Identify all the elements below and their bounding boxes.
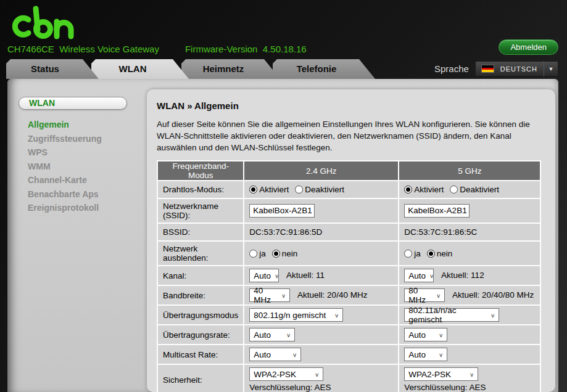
table-row-bandbreite: Bandbreite: 40 MHz∨ Aktuell: 20/40 MHz 8… <box>158 286 540 304</box>
tab-heimnetz[interactable]: Heimnetz <box>181 59 280 79</box>
row-label: Übertragungsrate: <box>158 325 243 344</box>
table-row-drahtlos-modus: Drahtlos-Modus: AktiviertDeaktiviert Akt… <box>158 181 540 198</box>
table-row-netzwerk-ausblenden: Netzwerk ausblenden: janein janein <box>158 242 540 265</box>
uebertragungsmodus-select-5ghz[interactable]: 802.11a/n/ac gemischt∨ <box>404 308 499 322</box>
radio-label-deaktiviert-24ghz[interactable]: Deaktiviert <box>305 185 344 194</box>
sidebar-item-zugriffssteuerung[interactable]: Zugriffssteuerung <box>28 132 147 146</box>
bandbreite-select-24ghz[interactable]: 40 MHz∨ <box>249 288 290 302</box>
chevron-down-icon: ∨ <box>436 293 441 299</box>
sidebar: WLAN Allgemein Zugriffssteuerung WPS WMM… <box>7 79 147 392</box>
sicherheit-select-5ghz[interactable]: WPA2-PSK∨ <box>404 367 478 381</box>
sidebar-menu: Allgemein Zugriffssteuerung WPS WMM Chan… <box>28 118 147 215</box>
radio-label-aktiviert-24ghz[interactable]: Aktiviert <box>259 185 289 194</box>
firmware-version: 4.50.18.16 <box>263 44 307 54</box>
language-selector[interactable]: DEUTSCH ▼ <box>475 61 558 76</box>
radio-label-nein-5ghz[interactable]: nein <box>437 249 453 258</box>
kanal-select-5ghz[interactable]: Auto∨ <box>404 269 434 282</box>
radio-label-aktiviert-5ghz[interactable]: Aktiviert <box>414 185 444 194</box>
chevron-down-icon: ∨ <box>292 352 297 358</box>
chevron-down-icon: ∨ <box>286 332 291 338</box>
language-label: Sprache <box>434 63 469 74</box>
ssid-input-5ghz[interactable]: KabelBox-A2B1 <box>404 204 470 218</box>
radio-label-deaktiviert-5ghz[interactable]: Deaktiviert <box>460 185 499 194</box>
uebertragungsrate-select-5ghz[interactable]: Auto∨ <box>404 328 447 341</box>
select-value: Auto <box>254 271 271 280</box>
table-row-multicast-rate: Multicast Rate: Auto∨ Auto∨ <box>158 345 540 364</box>
kanal-select-24ghz[interactable]: Auto∨ <box>249 269 279 282</box>
select-value: Auto <box>408 271 426 280</box>
chevron-down-icon: ∨ <box>334 312 339 319</box>
sicherheit-select-24ghz[interactable]: WPA2-PSK∨ <box>249 367 323 381</box>
page-description: Auf dieser Seite können Sie die allgemei… <box>157 118 543 153</box>
radio-label-ja-5ghz[interactable]: ja <box>414 249 421 258</box>
wlan-settings-table: Frequenzband-Modus 2.4 GHz 5 GHz Drahtlo… <box>157 160 541 392</box>
sidebar-item-allgemein[interactable]: Allgemein <box>28 118 147 132</box>
row-label: Bandbreite: <box>158 286 243 304</box>
table-row-ssid: Netzwerkname (SSID): KabelBox-A2B1 Kabel… <box>158 199 540 223</box>
table-row-sicherheit: Sicherheit: WPA2-PSK∨ Verschlüsselung: A… <box>158 365 540 392</box>
table-header-row: Frequenzband-Modus 2.4 GHz 5 GHz <box>158 161 540 180</box>
radio-nein-24ghz[interactable] <box>272 250 280 258</box>
select-value: Auto <box>408 330 426 340</box>
germany-flag-icon <box>481 65 494 73</box>
chevron-down-icon: ∨ <box>470 372 474 378</box>
tab-telefonie[interactable]: Telefonie <box>273 59 375 79</box>
chevron-down-icon[interactable]: ▼ <box>544 66 558 72</box>
sidebar-item-benachbarte-aps[interactable]: Benachbarte Aps <box>28 187 147 202</box>
row-label: Netzwerk ausblenden: <box>158 242 243 265</box>
chevron-down-icon: ∨ <box>490 312 495 319</box>
device-model: CH7466CE Wireless Voice Gateway <box>7 44 159 54</box>
chevron-down-icon: ∨ <box>439 352 443 358</box>
language-area: Sprache DEUTSCH ▼ <box>434 61 558 76</box>
radio-label-ja-24ghz[interactable]: ja <box>259 249 266 258</box>
sidebar-item-wps[interactable]: WPS <box>28 145 147 160</box>
main-tabbar: Status WLAN Heimnetz Telefonie Sprache D… <box>0 59 567 79</box>
radio-aktiviert-24ghz[interactable] <box>249 186 257 194</box>
select-value: WPA2-PSK <box>408 370 451 379</box>
bandbreite-select-5ghz[interactable]: 80 MHz∨ <box>404 288 445 302</box>
radio-deaktiviert-5ghz[interactable] <box>450 186 458 194</box>
ssid-input-24ghz[interactable]: KabelBox-A2B1 <box>249 204 315 218</box>
row-label: Drahtlos-Modus: <box>158 181 243 198</box>
uebertragungsmodus-select-24ghz[interactable]: 802.11g/n gemischt∨ <box>249 308 343 322</box>
header-frequenzband: Frequenzband-Modus <box>158 161 243 180</box>
logout-button[interactable]: Abmelden <box>499 39 558 55</box>
device-model-line: CH7466CE Wireless Voice GatewayFirmware-… <box>7 44 307 54</box>
row-label: Kanal: <box>158 266 243 285</box>
select-value: Auto <box>254 350 271 359</box>
select-value: 80 MHz <box>408 286 432 304</box>
select-value: 802.11g/n gemischt <box>254 311 326 320</box>
uebertragungsrate-select-24ghz[interactable]: Auto∨ <box>249 328 295 341</box>
page-header: CH7466CE Wireless Voice GatewayFirmware-… <box>0 0 567 59</box>
table-row-uebertragungsrate: Übertragungsrate: Auto∨ Auto∨ <box>158 325 540 344</box>
table-row-bssid: BSSID: DC:53:7C:91:86:5D DC:53:7C:91:86:… <box>158 224 540 240</box>
content-panel: WLAN » Allgemein Auf dieser Seite können… <box>147 89 555 392</box>
radio-ja-5ghz[interactable] <box>404 250 412 258</box>
header-24ghz: 2.4 GHz <box>244 161 398 180</box>
sidebar-item-channel-karte[interactable]: Channel-Karte <box>28 173 147 187</box>
tab-status[interactable]: Status <box>6 59 99 79</box>
kanal-aktuell-24ghz: Aktuell: 11 <box>286 271 325 280</box>
radio-aktiviert-5ghz[interactable] <box>404 186 412 194</box>
radio-ja-24ghz[interactable] <box>249 250 257 258</box>
radio-deaktiviert-24ghz[interactable] <box>295 186 303 194</box>
sidebar-item-ereignisprotokoll[interactable]: Ereignisprotokoll <box>28 201 147 215</box>
sidebar-item-wmm[interactable]: WMM <box>28 160 147 174</box>
row-label: Übertragungsmodus <box>158 306 243 324</box>
radio-nein-5ghz[interactable] <box>427 250 435 258</box>
page-title: WLAN » Allgemein <box>157 100 543 111</box>
tab-wlan[interactable]: WLAN <box>91 59 189 79</box>
bandbreite-aktuell-5ghz: Aktuell: 20/40/80 MHz <box>452 290 534 300</box>
sidebar-section-wlan[interactable]: WLAN <box>19 97 127 110</box>
radio-label-nein-24ghz[interactable]: nein <box>282 249 298 258</box>
multicast-rate-select-5ghz[interactable]: Auto∨ <box>404 348 447 361</box>
table-row-uebertragungsmodus: Übertragungsmodus 802.11g/n gemischt∨ 80… <box>158 306 540 324</box>
language-value: DEUTSCH <box>500 65 537 73</box>
kanal-aktuell-5ghz: Aktuell: 112 <box>441 271 484 280</box>
chevron-down-icon: ∨ <box>439 332 443 338</box>
select-value: Auto <box>408 350 426 359</box>
verschluesselung-24ghz: Verschlüsselung: AES <box>249 383 393 392</box>
select-value: WPA2-PSK <box>254 370 296 379</box>
multicast-rate-select-24ghz[interactable]: Auto∨ <box>249 348 301 361</box>
select-value: 40 MHz <box>254 286 278 304</box>
